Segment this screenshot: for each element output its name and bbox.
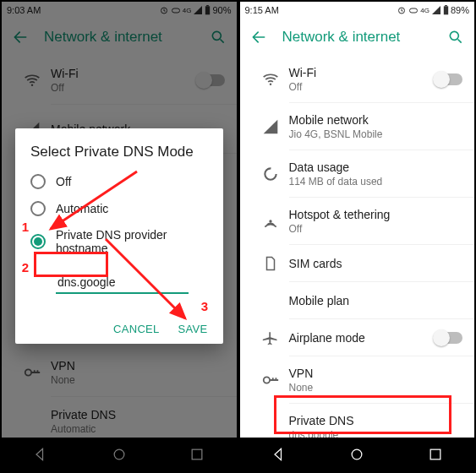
battery-percent: 89% [451,5,469,15]
svg-rect-12 [410,8,418,13]
svg-point-15 [450,31,458,40]
svg-rect-1 [172,8,179,13]
alarm-icon [397,5,407,15]
mobile-plan-row[interactable]: Mobile plan [240,282,475,319]
hotspot-title: Hotspot & tethering [289,208,463,221]
svg-rect-13 [444,6,448,14]
radio-hostname[interactable]: Private DNS provider hostname [30,228,208,255]
nav-home-icon[interactable] [111,446,128,463]
dns-hostname-input[interactable] [56,272,189,294]
svg-point-6 [25,369,31,375]
svg-point-20 [352,449,362,459]
hotspot-row[interactable]: Hotspot & tetheringOff [240,198,475,245]
vpn-row[interactable]: VPN None [2,348,237,397]
alarm-icon [159,5,169,15]
sim-title: SIM cards [289,257,463,270]
left-phone: 9:03 AM 4G 90% Network & internet Wi-Fi … [2,2,237,471]
wifi-title: Wi-Fi [51,67,198,80]
status-bar: 9:15 AM 4G 89% [240,2,475,19]
battery-icon [205,5,211,15]
nav-recent-icon[interactable] [427,446,444,463]
battery-percent: 90% [212,5,231,15]
network-label: 4G [183,7,192,14]
settings-list: Wi-FiOff Mobile networkJio 4G, BSNL Mobi… [240,56,475,451]
airplane-toggle[interactable] [435,332,462,344]
back-arrow-icon[interactable] [250,29,267,46]
signal-icon [193,5,203,15]
wifi-sub: Off [289,81,436,93]
gamepad-icon [408,5,419,15]
radio-auto-label: Automatic [56,202,108,215]
svg-rect-10 [192,449,202,459]
svg-rect-2 [205,6,210,14]
vpn-title: VPN [289,367,463,380]
sim-icon [263,256,278,271]
pdns-title: Private DNS [289,414,463,427]
radio-off[interactable]: Off [30,174,208,189]
radio-host-label: Private DNS provider hostname [56,228,208,255]
nav-home-icon[interactable] [348,446,365,463]
wifi-toggle[interactable] [435,73,462,85]
radio-auto[interactable]: Automatic [30,201,208,216]
svg-rect-3 [207,5,210,6]
mobile-row[interactable]: Mobile networkJio 4G, BSNL Mobile [240,103,475,150]
nav-recent-icon[interactable] [189,446,205,463]
dialog-title: Select Private DNS Mode [30,144,208,160]
svg-rect-14 [445,5,447,6]
cancel-button[interactable]: CANCEL [113,323,160,335]
save-button[interactable]: SAVE [178,323,208,335]
data-title: Data usage [289,160,463,174]
status-bar: 9:03 AM 4G 90% [2,2,237,19]
nav-back-icon[interactable] [271,446,287,463]
wifi-row[interactable]: Wi-FiOff [240,56,475,103]
status-time: 9:15 AM [245,5,279,15]
svg-rect-21 [430,449,440,459]
airplane-title: Airplane mode [289,331,436,345]
key-icon [23,363,41,382]
app-bar: Network & internet [240,19,475,56]
airplane-row[interactable]: Airplane mode [240,319,475,356]
svg-point-18 [269,220,271,222]
key-icon [261,371,280,389]
wifi-sub: Off [51,82,198,94]
hotspot-icon [262,213,279,230]
vpn-title: VPN [51,359,225,372]
search-icon[interactable] [447,29,464,46]
wifi-icon [262,71,279,88]
data-usage-row[interactable]: Data usage114 MB of data used [240,150,475,198]
radio-icon [30,234,46,249]
wifi-icon [24,72,41,89]
signal-icon [431,5,441,15]
data-usage-icon [262,166,279,182]
svg-point-17 [265,168,276,179]
radio-off-label: Off [56,175,71,188]
pdns-sub: Automatic [51,423,225,435]
app-bar: Network & internet [2,19,237,56]
mobile-sub: Jio 4G, BSNL Mobile [289,128,463,140]
wifi-title: Wi-Fi [289,66,436,79]
data-sub: 114 MB of data used [289,176,463,188]
sim-row[interactable]: SIM cards [240,245,475,282]
mplan-title: Mobile plan [289,294,463,307]
wifi-toggle[interactable] [198,74,225,86]
network-label: 4G [420,7,429,14]
airplane-icon [262,329,279,346]
status-time: 9:03 AM [7,5,41,15]
svg-point-16 [269,84,271,86]
svg-point-9 [114,449,124,459]
wifi-row[interactable]: Wi-Fi Off [2,56,237,105]
svg-point-4 [212,31,221,40]
vpn-sub: None [51,374,225,386]
back-arrow-icon[interactable] [12,29,29,46]
search-icon[interactable] [210,29,227,46]
signal-icon [262,118,279,135]
hotspot-sub: Off [289,223,463,235]
nav-back-icon[interactable] [32,446,49,463]
right-phone: 9:15 AM 4G 89% Network & internet Wi-FiO… [240,2,475,471]
vpn-sub: None [289,382,463,394]
gamepad-icon [171,5,181,15]
private-dns-dialog: Select Private DNS Mode Off Automatic Pr… [15,128,223,344]
vpn-row[interactable]: VPNNone [240,356,475,404]
status-right: 4G 90% [159,5,232,15]
radio-icon [30,174,46,189]
